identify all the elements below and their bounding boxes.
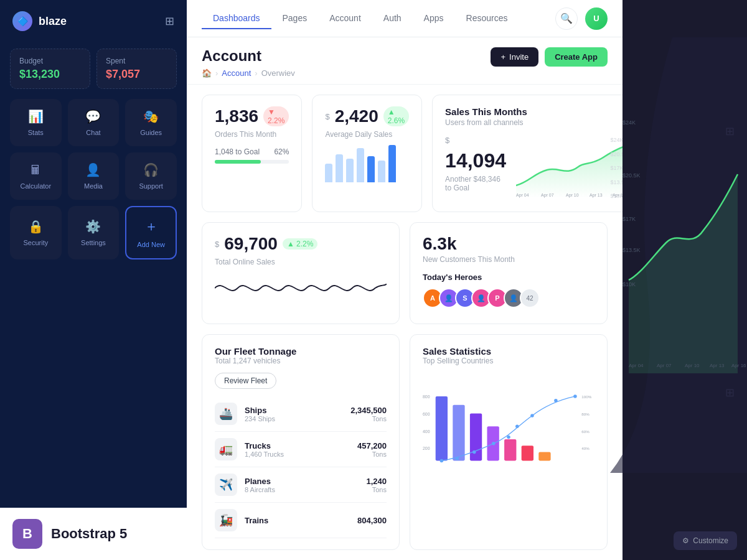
sidebar-item-stats[interactable]: 📊 Stats (10, 99, 62, 146)
planes-unit: Tons (366, 486, 387, 493)
search-button[interactable]: 🔍 (555, 7, 578, 30)
planes-name: Planes (245, 477, 359, 486)
bootstrap-badge: B Bootstrap 5 (0, 508, 187, 560)
sidebar-item-add-new[interactable]: ＋ Add New (125, 206, 177, 259)
settings-icon: ⚙️ (85, 219, 101, 234)
nav-link-apps[interactable]: Apps (413, 8, 455, 29)
invite-button[interactable]: + Invite (491, 47, 538, 67)
orders-badge-row: 1,836 ▼ 2.2% (215, 106, 289, 126)
sidebar-item-support[interactable]: 🎧 Support (125, 152, 177, 200)
sidebar-item-media[interactable]: 👤 Media (68, 152, 120, 200)
stats-row: 1,836 ▼ 2.2% Orders This Month 1,048 to … (202, 95, 608, 212)
trains-icon: 🚂 (215, 509, 237, 531)
trains-value: 804,300 (357, 516, 387, 525)
svg-text:80%: 80% (581, 412, 590, 416)
svg-point-13 (507, 436, 510, 439)
spent-label: Spent (106, 57, 167, 65)
sidebar-item-settings[interactable]: ⚙️ Settings (68, 206, 120, 259)
ships-name: Ships (245, 406, 343, 415)
nav-link-pages[interactable]: Pages (271, 8, 319, 29)
svg-text:Apr 13: Apr 13 (710, 363, 725, 368)
top-nav-links: Dashboards Pages Account Auth Apps Resou… (202, 8, 519, 29)
progress-bar (215, 160, 289, 164)
fleet-row-trucks: 🚛 Trucks 1,460 Trucks 457,200 Tons (215, 432, 387, 467)
trucks-value: 457,200 Tons (357, 441, 387, 458)
support-label: Support (139, 182, 163, 190)
planes-icon: ✈️ (215, 474, 237, 496)
bootstrap-letter: B (22, 526, 32, 542)
nav-link-dashboards[interactable]: Dashboards (202, 8, 271, 29)
svg-text:Apr 16: Apr 16 (731, 363, 746, 368)
bar-country-2 (453, 405, 464, 461)
svg-text:100%: 100% (581, 394, 591, 399)
daily-sales-label: Average Daily Sales (325, 130, 409, 139)
nav-link-account[interactable]: Account (318, 8, 372, 29)
sales-stats-chart: 800 600 400 200 (423, 373, 594, 497)
svg-text:$13.5K: $13.5K (622, 247, 641, 253)
budget-cards: Budget $13,230 Spent $7,057 (0, 42, 187, 99)
support-icon: 🎧 (143, 162, 159, 177)
logo-area: 🔷 blaze (12, 11, 67, 31)
breadcrumb-home[interactable]: 🏠 (202, 68, 212, 78)
sales-stats-card: Sales Statistics Top Selling Countries 8… (410, 334, 608, 550)
online-sales-label: Total Online Sales (215, 258, 387, 266)
svg-text:Apr 10: Apr 10 (566, 193, 579, 198)
nav-link-auth[interactable]: Auth (372, 8, 413, 29)
svg-text:Apr 04: Apr 04 (516, 193, 529, 198)
planes-amount: 1,240 (366, 477, 387, 486)
budget-card: Budget $13,230 (10, 49, 90, 89)
right-sales-chart: $24K $20.5K $17K $13.5K $10K Apr 04 Apr … (622, 62, 747, 373)
sales-goal-text: Another $48,346 to Goal (445, 175, 506, 192)
orders-card: 1,836 ▼ 2.2% Orders This Month 1,048 to … (202, 95, 302, 212)
sales-month-body: $ 14,094 Another $48,346 to Goal $24K $2… (445, 136, 622, 200)
logo-icon: 🔷 (12, 11, 32, 31)
ships-value: 2,345,500 Tons (350, 406, 387, 422)
sales-line-chart: Apr 04 Apr 07 Apr 10 Apr 13 Apr 16 (516, 136, 622, 198)
fleet-sub: Total 1,247 vehicles (215, 357, 387, 365)
planes-value: 1,240 Tons (366, 477, 387, 493)
nav-grid: 📊 Stats 💬 Chat 🎭 Guides 🖩 Calculator 👤 M… (0, 99, 187, 259)
sidebar-item-guides[interactable]: 🎭 Guides (125, 99, 177, 146)
daily-sales-badge-row: $ 2,420 ▲ 2.6% (325, 106, 409, 126)
create-app-button[interactable]: Create App (545, 47, 608, 67)
bar-country-5 (504, 439, 516, 461)
bottom-row: Our Fleet Tonnage Total 1,247 vehicles R… (202, 334, 608, 550)
breadcrumb-account[interactable]: Account (222, 68, 251, 78)
sales-chart-area: $24K $20.5K $17K $13.5K $10K (516, 136, 622, 200)
bar-7 (388, 145, 396, 182)
svg-point-17 (573, 394, 577, 398)
customers-card: 6.3k New Customers This Month Today's He… (410, 222, 608, 324)
user-avatar[interactable]: U (585, 7, 608, 30)
sidebar-menu-icon[interactable]: ⊞ (165, 14, 174, 28)
nav-link-resources[interactable]: Resources (455, 8, 519, 29)
heroes-avatars: A 👤 S 👤 P 👤 42 (423, 288, 594, 308)
planes-info: Planes 8 Aircrafts (245, 477, 359, 493)
fleet-card: Our Fleet Tonnage Total 1,247 vehicles R… (202, 334, 400, 550)
bar-country-1 (436, 396, 448, 461)
bootstrap-icon: B (12, 519, 42, 549)
spent-card: Spent $7,057 (96, 49, 177, 89)
logo-text: blaze (39, 15, 67, 28)
svg-text:Apr 04: Apr 04 (629, 363, 644, 368)
svg-text:60%: 60% (581, 429, 590, 434)
sales-month-title: Sales This Months (445, 106, 622, 117)
sales-big-value: 14,094 (445, 149, 506, 172)
sidebar-item-security[interactable]: 🔒 Security (10, 206, 62, 259)
sidebar-item-chat[interactable]: 💬 Chat (68, 99, 120, 146)
svg-text:40%: 40% (581, 446, 590, 450)
ships-info: Ships 234 Ships (245, 406, 343, 422)
svg-text:600: 600 (423, 412, 430, 416)
customize-button[interactable]: ⚙ Customize (674, 531, 737, 550)
guides-label: Guides (140, 129, 162, 136)
bar-country-6 (522, 446, 533, 460)
breadcrumb-sep2: › (255, 68, 257, 78)
svg-text:Apr 07: Apr 07 (541, 193, 554, 198)
trucks-icon: 🚛 (215, 438, 237, 460)
svg-text:Apr 10: Apr 10 (685, 363, 700, 368)
sidebar-item-calculator[interactable]: 🖩 Calculator (10, 152, 62, 200)
security-label: Security (23, 239, 48, 246)
review-fleet-button[interactable]: Review Fleet (215, 373, 276, 389)
invite-plus-icon: + (500, 52, 505, 62)
sales-month-sub: Users from all channels (445, 118, 622, 127)
heroes-title: Today's Heroes (423, 273, 594, 282)
